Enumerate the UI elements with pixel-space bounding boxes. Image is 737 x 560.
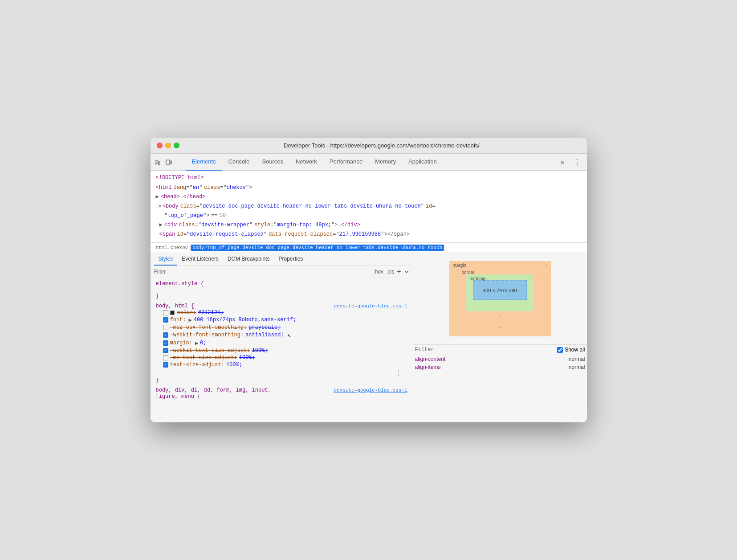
checkbox-text-size[interactable] [163, 362, 168, 368]
prop-moz-smoothing: -moz-osx-font-smoothing: grayscale; [156, 324, 407, 331]
bottom-split: Styles Event Listeners DOM Breakpoints P… [151, 253, 587, 422]
toolbar: Elements Console Sources Network Perform… [151, 154, 587, 171]
css-selector-body-div: body, div, dl, dd, form, img, input, [156, 387, 271, 393]
margin-label: margin [453, 263, 467, 268]
cursor-pointer-icon: ↖ [288, 331, 291, 339]
styles-panel: Styles Event Listeners DOM Breakpoints P… [151, 253, 413, 422]
select-element-icon[interactable] [154, 158, 162, 166]
tab-console[interactable]: Console [222, 154, 256, 171]
box-margin: margin - border - padding - [449, 261, 551, 336]
checkbox-ms-text[interactable] [163, 355, 168, 360]
css-rule-body-html: body, html { devsite-google-blue.css:1 c… [156, 303, 407, 384]
box-dimensions: 400 × 7975.080 [483, 288, 517, 293]
prop-font: font: ▶ 400 16px/24px Roboto,sans-serif; [156, 316, 407, 324]
filter-input[interactable] [154, 269, 371, 275]
filter-add-button[interactable]: + [397, 268, 401, 276]
tab-dom-breakpoints[interactable]: DOM Breakpoints [223, 253, 274, 266]
padding-label: padding - [470, 276, 489, 281]
window-title: Developer Tools - https://developers.goo… [183, 142, 581, 149]
border-dash: - [537, 270, 538, 275]
computed-prop-align-items: align-items normal [413, 363, 587, 371]
css-selector-figure: figure, menu { [156, 393, 201, 400]
padding-bottom-dash: - [473, 301, 527, 306]
more-tabs-button[interactable]: » [558, 157, 567, 167]
html-line-body: …▼ <body class="devsite-doc-page devsite… [151, 202, 587, 211]
css-source-link[interactable]: devsite-google-blue.css:1 [334, 303, 407, 309]
device-toolbar-icon[interactable] [165, 158, 173, 166]
filter-cls[interactable]: .cls [386, 269, 394, 275]
checkbox-webkit[interactable] [163, 332, 168, 338]
computed-filter-bar: Show all [413, 345, 587, 355]
css-rule-body-div: body, div, dl, dd, form, img, input, dev… [156, 387, 407, 400]
close-button[interactable] [157, 143, 163, 148]
box-border: border - padding - 400 × 7975.080 - [458, 268, 542, 323]
html-line-span: <span id="devsite-request-elapsed" data-… [151, 230, 587, 239]
checkbox-font[interactable] [163, 317, 168, 323]
breadcrumb-selected[interactable]: body#top_of_page.devsite-doc-page.devsit… [191, 245, 444, 251]
toolbar-more: » ⋮ [558, 157, 583, 167]
border-bottom-dash: - [466, 312, 534, 317]
tab-list: Elements Console Sources Network Perform… [186, 154, 443, 170]
tab-memory[interactable]: Memory [369, 154, 402, 171]
tab-event-listeners[interactable]: Event Listeners [177, 253, 223, 266]
css-source-link2[interactable]: devsite-google-blue.css:1 [334, 388, 407, 393]
css-rule-element-style: element.style { } [156, 281, 407, 299]
checkbox-color[interactable] [163, 310, 168, 315]
computed-section: Show all align-content normal align-item… [413, 344, 587, 422]
box-model-area: margin - border - padding - [413, 253, 587, 345]
box-model-panel: margin - border - padding - [413, 253, 587, 422]
computed-prop-align-content: align-content normal [413, 355, 587, 363]
show-all-checkbox[interactable] [557, 347, 563, 353]
tab-properties[interactable]: Properties [274, 253, 308, 266]
filter-hov[interactable]: :hov [373, 269, 383, 275]
prop-webkit-text-size: -webkit-text-size-adjust: 100%; [156, 347, 407, 354]
checkbox-moz[interactable] [163, 325, 168, 330]
computed-filter-input[interactable] [415, 347, 555, 353]
css-selector-body: body, html { [156, 303, 194, 309]
prop-margin: margin: ▶ 0; [156, 339, 407, 347]
checkbox-webkit-text[interactable] [163, 348, 168, 353]
margin-bottom-dash: - [458, 324, 542, 329]
html-line-div: ▶ <div class="devsite-wrapper" style="ma… [151, 221, 587, 230]
svg-rect-0 [166, 160, 170, 164]
prop-text-size: text-size-adjust: 100%; [156, 361, 407, 368]
title-bar: Developer Tools - https://developers.goo… [151, 138, 587, 154]
box-padding: padding - 400 × 7975.080 - [466, 274, 534, 311]
computed-props: align-content normal align-items normal [413, 355, 587, 371]
tab-network[interactable]: Network [289, 154, 323, 171]
more-dots-button[interactable]: ⋮ [393, 368, 404, 378]
html-panel: <!DOCTYPE html> <html lang="en" class="c… [151, 171, 587, 242]
breadcrumb-html[interactable]: html.chekov [156, 245, 188, 250]
toolbar-icons [154, 158, 173, 166]
color-swatch[interactable] [170, 311, 175, 315]
tab-performance[interactable]: Performance [323, 154, 369, 171]
filter-bar: :hov .cls + [151, 266, 413, 278]
breadcrumb-bar: html.chekov body#top_of_page.devsite-doc… [151, 243, 587, 253]
svg-rect-1 [170, 161, 171, 164]
maximize-button[interactable] [174, 143, 179, 148]
more-options-button[interactable]: ⋮ [571, 157, 583, 167]
prop-color: color: #212121; [156, 309, 407, 316]
show-all-label: Show all [557, 347, 585, 353]
prop-ms-text-size: -ms-text-size-adjust: 100%; [156, 354, 407, 361]
html-line-doctype: <!DOCTYPE html> [151, 173, 587, 183]
styles-content: element.style { } body, html { devsite-g… [151, 278, 413, 422]
devtools-panel: Elements Console Sources Network Perform… [151, 154, 587, 422]
prop-webkit-smoothing: -webkit-font-smoothing: antialiased; ↖ [156, 331, 407, 339]
tab-sources[interactable]: Sources [256, 154, 289, 171]
minimize-button[interactable] [165, 143, 171, 148]
tab-application[interactable]: Application [402, 154, 443, 171]
tab-elements[interactable]: Elements [186, 154, 222, 171]
toolbar-separator [182, 158, 182, 167]
html-line-head: ▶ <head> … </head> [151, 192, 587, 202]
checkbox-margin[interactable] [163, 340, 168, 346]
devtools-window: Developer Tools - https://developers.goo… [151, 138, 587, 422]
margin-dash: - [546, 263, 547, 268]
html-line-html: <html lang="en" class="chekov"> [151, 183, 587, 192]
traffic-lights [157, 143, 179, 148]
css-selector: element.style { [156, 281, 204, 287]
html-line-body2: "top_of_page" > == $0 [151, 211, 587, 221]
tab-styles[interactable]: Styles [154, 253, 178, 266]
filter-arrow-icon [404, 269, 409, 274]
styles-tabs: Styles Event Listeners DOM Breakpoints P… [151, 253, 413, 266]
